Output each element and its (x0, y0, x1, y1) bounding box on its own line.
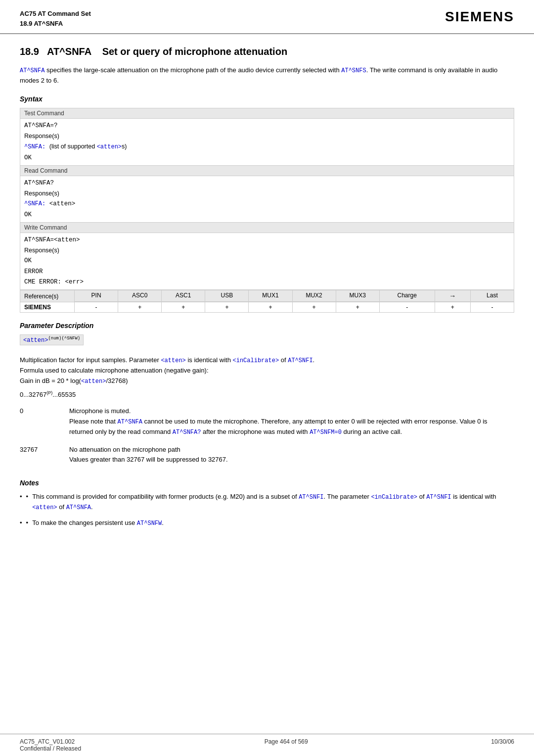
section-number: 18.9 (20, 46, 39, 57)
note-item-2: • To make the changes persistent use AT^… (20, 518, 514, 528)
note-text-2: To make the changes persistent use AT^SN… (32, 518, 164, 528)
write-response-label: Response(s) (24, 245, 510, 256)
note-text-1: This command is provided for compatibili… (32, 492, 514, 513)
syntax-block: Test Command AT^SNFA=? Response(s) ^SNFA… (20, 108, 514, 313)
note-item-1: • This command is provided for compatibi… (20, 492, 514, 513)
siemens-label: SIEMENS (20, 302, 75, 312)
header-title-line2: 18.9 AT^SNFA (20, 19, 91, 29)
code-snfs-ref: AT^SNFS (341, 67, 366, 74)
ref-col-asc0: ASC0 (118, 290, 162, 301)
param-range: 0...32767(P)...65535 (20, 390, 514, 398)
value-desc-32767: No attenuation on the microphone path Va… (69, 443, 514, 471)
notes-section: Notes • This command is provided for com… (20, 479, 514, 528)
header-title-line1: AC75 AT Command Set (20, 9, 91, 19)
syntax-heading: Syntax (20, 95, 514, 103)
ref-col-last: Last (471, 290, 514, 301)
reference-columns: PIN ASC0 ASC1 USB MUX1 MUX2 MUX3 Charge … (75, 290, 514, 302)
test-ok: OK (24, 153, 510, 163)
header-title: AC75 AT Command Set 18.9 AT^SNFA (20, 9, 91, 28)
value-num-0: 0 (20, 404, 69, 442)
section-title: 18.9 AT^SNFA Set or query of microphone … (20, 46, 514, 57)
param-desc: Multiplication factor for input samples.… (20, 355, 514, 386)
write-error: ERROR (24, 267, 510, 277)
ref-col-asc1: ASC1 (162, 290, 205, 301)
footer-left: AC75_ATC_V01.002 Confidential / Released (20, 738, 81, 752)
param-atten-tag: <atten>(num)(^SNFW) (20, 334, 514, 350)
footer-doc-id: AC75_ATC_V01.002 (20, 738, 81, 745)
footer-status: Confidential / Released (20, 745, 81, 752)
header-brand: SIEMENS (445, 9, 514, 25)
footer-center: Page 464 of 569 (265, 738, 308, 752)
ref-col-pin: PIN (75, 290, 118, 301)
notes-list: • This command is provided for compatibi… (20, 492, 514, 528)
parameter-description-heading: Parameter Description (20, 322, 514, 330)
code-snfa-ref: AT^SNFA (20, 67, 44, 74)
value-row-32767: 32767 No attenuation on the microphone p… (20, 443, 514, 471)
read-response-label: Response(s) (24, 189, 510, 199)
parameter-description-section: Parameter Description <atten>(num)(^SNFW… (20, 322, 514, 470)
write-ok: OK (24, 256, 510, 266)
ref-col-charge: Charge (380, 290, 435, 301)
read-ok: OK (24, 210, 510, 220)
reference-section: Reference(s) PIN ASC0 ASC1 USB MUX1 MUX2… (20, 290, 514, 302)
read-command-label: Read Command (20, 166, 514, 176)
main-content: 18.9 AT^SNFA Set or query of microphone … (0, 34, 534, 553)
write-command-label: Write Command (20, 223, 514, 233)
write-command-body: AT^SNFA=<atten> Response(s) OK ERROR CME… (20, 233, 514, 289)
test-response-label: Response(s) (24, 131, 510, 142)
value-table: 0 Microphone is muted. Please note that … (20, 404, 514, 470)
ref-col-usb: USB (205, 290, 249, 301)
test-command-body: AT^SNFA=? Response(s) ^SNFA: (list of su… (20, 119, 514, 165)
test-command-label: Test Command (20, 108, 514, 119)
value-desc-0: Microphone is muted. Please note that AT… (69, 404, 514, 442)
page-header: AC75 AT Command Set 18.9 AT^SNFA SIEMENS (0, 0, 534, 34)
read-response-snfa: ^SNFA: <atten> (24, 199, 510, 209)
read-command-body: AT^SNFA? Response(s) ^SNFA: <atten> OK (20, 176, 514, 222)
siemens-values: - + + + + + + - + - (75, 302, 514, 312)
notes-heading: Notes (20, 479, 514, 487)
value-row-0: 0 Microphone is muted. Please note that … (20, 404, 514, 442)
write-command-text: AT^SNFA=<atten> (24, 235, 510, 245)
ref-col-mux2: MUX2 (293, 290, 336, 301)
reference-header-row: PIN ASC0 ASC1 USB MUX1 MUX2 MUX3 Charge … (75, 290, 514, 302)
test-command-text: AT^SNFA=? (24, 121, 510, 131)
reference-label: Reference(s) (20, 290, 75, 302)
write-command-section: Write Command AT^SNFA=<atten> Response(s… (20, 223, 514, 290)
read-command-section: Read Command AT^SNFA? Response(s) ^SNFA:… (20, 166, 514, 223)
ref-col-arrow: → (435, 290, 471, 301)
ref-col-mux3: MUX3 (336, 290, 380, 301)
test-command-section: Test Command AT^SNFA=? Response(s) ^SNFA… (20, 108, 514, 166)
page-footer: AC75_ATC_V01.002 Confidential / Released… (0, 734, 534, 756)
section-command: AT^SNFA Set or query of microphone atten… (47, 46, 287, 57)
ref-col-mux1: MUX1 (249, 290, 292, 301)
section-description: AT^SNFA specifies the large-scale attenu… (20, 65, 514, 86)
read-command-text: AT^SNFA? (24, 178, 510, 189)
write-cme-error: CME ERROR: <err> (24, 277, 510, 287)
siemens-label-row: SIEMENS - + + + + + + - + - (20, 302, 514, 312)
footer-date: 10/30/06 (491, 738, 514, 752)
test-response-snfa: ^SNFA: (list of supported <atten>s) (24, 142, 510, 152)
value-num-32767: 32767 (20, 443, 69, 471)
